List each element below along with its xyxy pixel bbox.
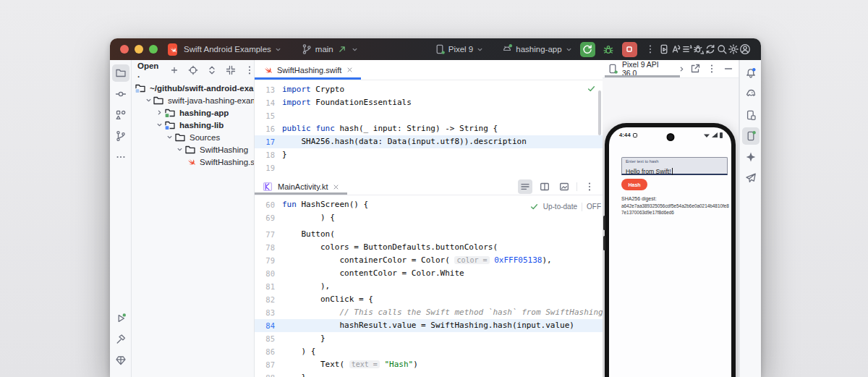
build-variants-icon[interactable] <box>681 43 693 55</box>
profile-icon[interactable] <box>739 43 751 55</box>
tab-swifthashing-swift[interactable]: SwiftHashing.swift <box>255 60 361 80</box>
project-title: Swift Android Examples <box>184 45 271 54</box>
gem-tool-icon[interactable] <box>112 352 129 369</box>
tree-item-sources[interactable]: Sources <box>132 131 254 143</box>
panel-kebab-icon[interactable] <box>244 64 255 76</box>
line-number: 16 <box>255 122 282 135</box>
notifications-bell-icon[interactable] <box>742 64 760 82</box>
branch-selector[interactable]: main <box>301 43 359 55</box>
tree-item-label: hashing-app <box>179 109 229 117</box>
search-everywhere-icon[interactable] <box>716 43 728 55</box>
chevron-down-icon[interactable] <box>155 121 164 129</box>
panel-kebab-icon[interactable] <box>706 63 718 75</box>
kotlin-file-icon <box>262 181 273 192</box>
live-edit-state[interactable]: OFF <box>587 203 601 211</box>
hide-panel-icon[interactable] <box>723 63 734 75</box>
phone-screen[interactable]: 4:44 Enter text to hash Hello <box>609 127 731 377</box>
project-panel-title[interactable]: Open . <box>137 62 158 79</box>
rerun-button[interactable] <box>580 42 595 57</box>
gemini-star-icon[interactable] <box>742 148 760 166</box>
titlebar-tools <box>658 43 755 55</box>
chevron-right-icon[interactable] <box>678 65 686 73</box>
tab-label: SwiftHashing.swift <box>277 66 341 75</box>
hash-input-field[interactable]: Enter text to hash Hello from Swift! <box>621 157 728 175</box>
run-tool-icon[interactable] <box>112 310 129 327</box>
hash-button[interactable]: Hash <box>621 179 647 190</box>
line-number: 60 <box>255 198 282 211</box>
chevron-right-icon[interactable] <box>155 109 164 117</box>
target-device-selector[interactable]: Pixel 9 <box>434 43 485 55</box>
stop-button[interactable] <box>622 42 637 57</box>
line-number: 19 <box>255 161 282 174</box>
tree-item-swifthashing[interactable]: SwiftHashing <box>132 143 254 156</box>
ai-actions-icon[interactable] <box>670 43 681 55</box>
tree-item--github-swift-android-examples[interactable]: ~/github/swift-android-examples <box>132 82 254 94</box>
code-text: } <box>282 148 603 161</box>
expand-collapse-icon[interactable] <box>206 64 218 76</box>
code-line-78: 78 colors = ButtonDefaults.buttonColors( <box>255 241 603 254</box>
project-tool-icon[interactable] <box>112 64 129 82</box>
tab-mainactivity-kt[interactable]: MainActivity.kt <box>255 179 347 195</box>
run-config-selector[interactable]: hashing-app <box>501 43 572 55</box>
code-view-icon[interactable] <box>518 179 532 194</box>
split-view-icon[interactable] <box>537 179 552 194</box>
line-number: 84 <box>255 319 282 332</box>
send-feedback-plane-icon[interactable] <box>742 169 760 187</box>
editor-kebab-icon[interactable] <box>582 179 597 194</box>
pixel9-phone-mirror[interactable]: 4:44 Enter text to hash Hello <box>605 123 736 377</box>
locate-file-icon[interactable] <box>187 64 199 76</box>
tree-item-swift-java-hashing-example[interactable]: swift-java-hashing-example <box>132 94 254 106</box>
chevron-down-icon[interactable] <box>145 96 153 104</box>
debug-button[interactable] <box>601 42 616 57</box>
add-icon[interactable] <box>169 64 180 76</box>
sync-project-icon[interactable] <box>705 43 716 55</box>
close-tab-icon[interactable] <box>346 66 354 74</box>
swift-file-icon <box>185 156 196 167</box>
running-devices-icon[interactable] <box>742 127 760 145</box>
project-selector[interactable]: Swift Android Examples <box>184 45 282 54</box>
chevron-down-icon[interactable] <box>175 145 184 153</box>
more-tools-icon[interactable] <box>112 148 129 166</box>
code-line-82: 82 onClick = { <box>255 293 603 306</box>
tree-item-hashing-lib[interactable]: hashing-lib <box>132 119 254 131</box>
open-in-window-icon[interactable] <box>689 63 701 75</box>
folder-icon <box>153 95 164 106</box>
close-window-button[interactable] <box>120 45 129 54</box>
code-line-83: 83 // This calls the Swift method `hash`… <box>255 306 603 319</box>
tree-item-swifthashing-swift[interactable]: SwiftHashing.swift <box>132 156 254 168</box>
vcs-graph-icon[interactable] <box>112 127 129 145</box>
kotlin-editor[interactable]: 60fun HashScreen() {69 ) {77 Button(78 c… <box>255 195 603 377</box>
attach-debugger-icon[interactable] <box>693 43 705 55</box>
chevron-down-icon <box>565 46 573 54</box>
collapse-all-icon[interactable] <box>225 64 237 76</box>
inspection-ok-icon <box>587 84 596 93</box>
titlebar: Swift Android Examples main Pixel 9 hash… <box>110 38 761 60</box>
swift-editor[interactable]: 13import Crypto14import FoundationEssent… <box>255 80 603 179</box>
code-line-80: 80 contentColor = Color.White <box>255 267 603 280</box>
code-text: public func hash(_ input: String) -> Str… <box>282 122 603 135</box>
tree-item-label: hashing-lib <box>179 121 224 130</box>
device-streaming-icon[interactable] <box>658 43 670 55</box>
design-view-icon[interactable] <box>557 179 571 194</box>
line-number: 69 <box>255 211 282 224</box>
settings-icon[interactable] <box>728 43 739 55</box>
line-number: 86 <box>255 345 282 358</box>
code-line-19: 19 <box>255 161 603 174</box>
minimize-window-button[interactable] <box>135 45 143 54</box>
tree-item-hashing-app[interactable]: hashing-app <box>132 106 254 119</box>
editor-scrollbar[interactable] <box>598 90 601 135</box>
close-tab-icon[interactable] <box>332 183 340 191</box>
structure-tool-icon[interactable] <box>112 106 129 124</box>
code-text: Text( text = "Hash") <box>282 358 603 371</box>
code-line-79: 79 containerColor = Color( color = 0xFFF… <box>255 254 603 267</box>
chevron-down-icon[interactable] <box>165 133 174 141</box>
titlebar-kebab-menu[interactable] <box>643 42 658 57</box>
gradle-tool-icon[interactable] <box>742 85 760 103</box>
code-text: import Crypto <box>282 83 603 96</box>
device-manager-icon[interactable] <box>742 106 760 124</box>
folder-icon <box>174 132 186 143</box>
zoom-window-button[interactable] <box>149 45 158 54</box>
commit-tool-icon[interactable] <box>112 85 129 103</box>
build-tool-icon[interactable] <box>112 331 129 348</box>
run-config-name: hashing-app <box>516 45 561 54</box>
